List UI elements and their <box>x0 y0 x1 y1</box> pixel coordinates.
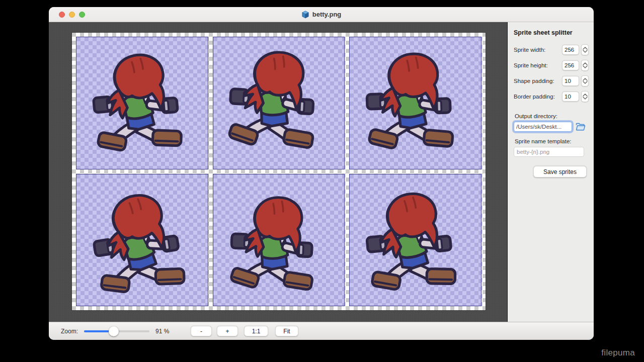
zoom-slider[interactable] <box>84 327 149 336</box>
close-button[interactable] <box>59 12 65 18</box>
sprite-width-row: Sprite width: <box>514 44 589 55</box>
sprite-frame-3 <box>356 40 475 164</box>
sprite-canvas[interactable] <box>49 22 508 322</box>
app-cube-icon <box>301 11 309 19</box>
sprite-frame-5 <box>220 184 337 305</box>
shape-padding-stepper[interactable] <box>581 75 589 86</box>
sprite-width-stepper[interactable] <box>581 44 589 55</box>
sprite-cell-1 <box>76 37 208 169</box>
window-title: betty.png <box>312 11 342 18</box>
traffic-lights <box>59 12 85 18</box>
sprite-frame-6 <box>352 175 479 306</box>
sprite-height-stepper[interactable] <box>581 60 589 71</box>
watermark: filepuma <box>601 348 635 358</box>
border-padding-label: Border padding: <box>514 94 555 100</box>
settings-panel: Sprite sheet splitter Sprite width: Spri… <box>508 22 594 322</box>
sprite-cell-3 <box>349 37 481 169</box>
zoom-out-button[interactable]: - <box>191 326 212 336</box>
zoom-window-button[interactable] <box>79 12 85 18</box>
output-directory-label: Output directory: <box>515 113 589 119</box>
sprite-width-input[interactable] <box>562 45 579 55</box>
zoom-in-button[interactable]: + <box>217 326 238 336</box>
sprite-cell-2 <box>213 37 345 169</box>
shape-padding-input[interactable] <box>562 76 579 86</box>
minimize-button[interactable] <box>69 12 75 18</box>
folder-browse-icon[interactable] <box>576 123 586 131</box>
sprite-frame-2 <box>218 37 340 164</box>
output-directory-input[interactable] <box>514 122 572 132</box>
name-template-input[interactable] <box>514 147 584 157</box>
zoom-percent: 91 % <box>155 328 176 335</box>
panel-title: Sprite sheet splitter <box>514 29 589 36</box>
sprite-height-row: Sprite height: <box>514 60 589 71</box>
sprite-cell-4 <box>76 174 208 307</box>
title-bar[interactable]: betty.png <box>49 7 594 22</box>
name-template-label: Sprite name template: <box>515 138 589 144</box>
sprite-sheet <box>72 33 486 310</box>
sprite-frame-1 <box>79 38 205 168</box>
zoom-toolbar: Zoom: 91 % - + 1:1 Fit <box>49 322 594 340</box>
zoom-slider-thumb[interactable] <box>109 326 119 336</box>
sprite-width-label: Sprite width: <box>514 47 545 53</box>
zoom-label: Zoom: <box>61 328 78 335</box>
border-padding-stepper[interactable] <box>581 91 589 102</box>
border-padding-row: Border padding: <box>514 91 589 102</box>
sprite-cell-6 <box>349 174 481 307</box>
sprite-cell-5 <box>213 174 345 307</box>
app-window: betty.png Sprite sheet splitter Sprite w… <box>49 7 594 340</box>
shape-padding-label: Shape padding: <box>514 78 554 84</box>
save-sprites-button[interactable]: Save sprites <box>533 166 587 177</box>
shape-padding-row: Shape padding: <box>514 75 589 86</box>
border-padding-input[interactable] <box>562 92 579 102</box>
window-title-area: betty.png <box>49 7 594 22</box>
sprite-frame-4 <box>76 174 208 306</box>
sprite-height-label: Sprite height: <box>514 62 548 68</box>
sprite-height-input[interactable] <box>562 60 579 70</box>
zoom-fit-button[interactable]: Fit <box>275 326 298 336</box>
zoom-actual-size-button[interactable]: 1:1 <box>244 326 268 336</box>
